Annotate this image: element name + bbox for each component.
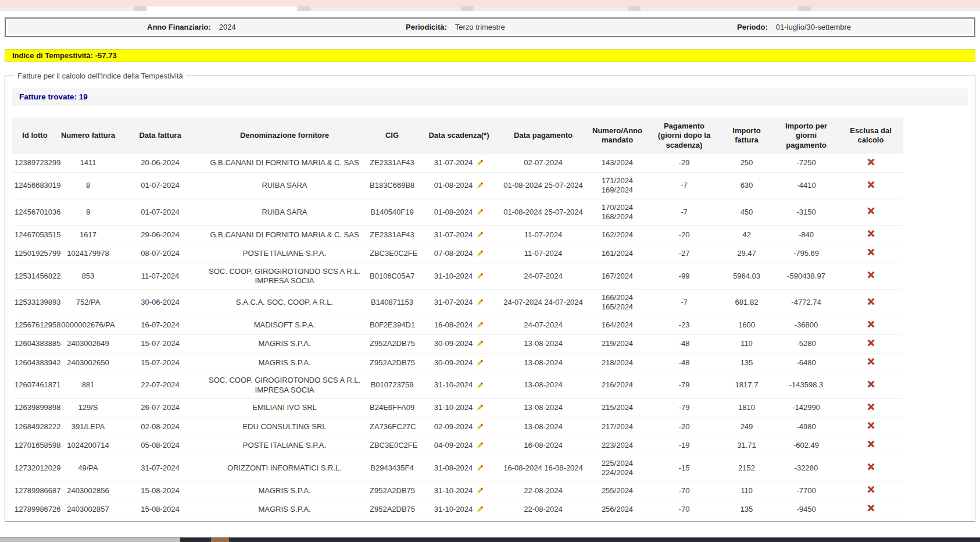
cell-esclusa-dal-calcolo bbox=[838, 398, 903, 417]
exclude-invoice-button[interactable] bbox=[867, 297, 875, 306]
exclude-invoice-button[interactable] bbox=[867, 504, 875, 512]
cell-esclusa-dal-calcolo bbox=[838, 316, 903, 334]
tab-favicon-icon bbox=[628, 6, 641, 11]
exclude-invoice-button[interactable] bbox=[867, 402, 875, 411]
exclude-invoice-button[interactable] bbox=[867, 248, 875, 256]
cell-data-pagamento: 01-08-2024 25-07-2024 bbox=[501, 199, 585, 226]
cell-esclusa-dal-calcolo bbox=[838, 263, 903, 290]
edit-scadenza-pencil-icon[interactable] bbox=[475, 423, 484, 431]
edit-scadenza-pencil-icon[interactable] bbox=[475, 381, 484, 390]
edit-scadenza-pencil-icon[interactable] bbox=[475, 404, 484, 412]
edit-scadenza-pencil-icon[interactable] bbox=[475, 340, 484, 348]
edit-scadenza-pencil-icon[interactable] bbox=[475, 321, 484, 329]
cell-importo-giorni-pagamento: -840 bbox=[774, 226, 838, 244]
cell-mandato: 223/2024 bbox=[585, 436, 649, 455]
scadenza-wrap: 31-08-2024 bbox=[434, 463, 484, 473]
cell-data-fattura: 20-06-2024 bbox=[119, 154, 202, 173]
cell-data-fattura: 16-07-2024 bbox=[119, 316, 202, 334]
cell-cig: Z952A2DB75 bbox=[367, 482, 417, 500]
cell-data-pagamento: 22-08-2024 bbox=[501, 500, 585, 519]
cell-id-lotto: 12789986726 bbox=[12, 500, 58, 519]
edit-scadenza-pencil-icon[interactable] bbox=[475, 441, 484, 450]
cell-numero-fattura: 2403002856 bbox=[58, 482, 119, 500]
cell-esclusa-dal-calcolo bbox=[838, 519, 903, 522]
cell-mandato: 143/2024 bbox=[585, 154, 649, 173]
exclude-invoice-button[interactable] bbox=[867, 462, 875, 471]
edit-scadenza-pencil-icon[interactable] bbox=[475, 249, 484, 258]
edit-scadenza-pencil-icon[interactable] bbox=[475, 181, 484, 190]
exclude-invoice-button[interactable] bbox=[867, 206, 875, 215]
cell-id-lotto: 12701658598 bbox=[12, 436, 58, 455]
cell-importo-fattura: 630 bbox=[719, 173, 774, 199]
edit-scadenza-pencil-icon[interactable] bbox=[475, 272, 484, 280]
exclude-invoice-button[interactable] bbox=[867, 338, 875, 347]
taskbar-left-segment bbox=[0, 537, 180, 542]
cell-importo-fattura: 5964.03 bbox=[719, 263, 774, 290]
cell-giorni-dopo-scadenza: -48 bbox=[649, 354, 719, 372]
col-pagamento-giorni: Pagamento (giorni dopo la scadenza) bbox=[649, 117, 719, 154]
cell-data-fattura: 05-08-2024 bbox=[119, 436, 202, 455]
exclude-invoice-button[interactable] bbox=[867, 357, 875, 366]
edit-scadenza-pencil-icon[interactable] bbox=[475, 159, 484, 167]
cell-data-scadenza: 31-10-2024 bbox=[417, 372, 501, 399]
cell-importo-giorni-pagamento: -3150 bbox=[774, 199, 838, 226]
cell-id-lotto: 12501925799 bbox=[12, 244, 58, 263]
col-data-scadenza: Data scadenza(*) bbox=[417, 117, 501, 154]
exclude-invoice-button[interactable] bbox=[867, 320, 875, 329]
edit-scadenza-pencil-icon[interactable] bbox=[475, 464, 484, 472]
filter-periodicita: Periodicità:Terzo trimestre bbox=[406, 20, 505, 34]
edit-scadenza-pencil-icon[interactable] bbox=[475, 231, 484, 239]
exclude-invoice-button[interactable] bbox=[867, 229, 875, 238]
exclude-invoice-button[interactable] bbox=[867, 180, 875, 189]
cell-fornitore: MADISOFT S.P.A. bbox=[202, 519, 367, 522]
col-data-fattura: Data fattura bbox=[119, 117, 202, 154]
scadenza-date: 01-08-2024 bbox=[434, 181, 473, 190]
cell-giorni-dopo-scadenza: -79 bbox=[649, 372, 719, 399]
cell-fornitore: RUIBA SARA bbox=[202, 199, 367, 226]
cell-mandato: 219/2024 bbox=[585, 334, 649, 353]
cell-data-scadenza: 07-08-2024 bbox=[417, 244, 501, 263]
cell-data-pagamento: 13-08-2024 bbox=[501, 418, 585, 436]
cell-esclusa-dal-calcolo bbox=[838, 334, 903, 353]
cell-numero-fattura: 391/LEPA bbox=[58, 418, 119, 436]
cell-esclusa-dal-calcolo bbox=[838, 418, 903, 436]
cell-importo-fattura: 110 bbox=[719, 482, 774, 500]
exclude-invoice-button[interactable] bbox=[867, 421, 875, 430]
invoice-row: 12456701036901-07-2024RUIBA SARAB140540F… bbox=[12, 199, 903, 226]
cell-giorni-dopo-scadenza: -70 bbox=[649, 500, 719, 519]
edit-scadenza-pencil-icon[interactable] bbox=[475, 487, 484, 495]
cell-numero-fattura: 2403002649 bbox=[58, 334, 119, 353]
cell-importo-giorni-pagamento: -7700 bbox=[774, 482, 838, 500]
edit-scadenza-pencil-icon[interactable] bbox=[475, 505, 484, 514]
periodicita-value: Terzo trimestre bbox=[455, 23, 505, 31]
exclude-invoice-button[interactable] bbox=[867, 485, 875, 494]
cell-data-pagamento: 13-08-2024 bbox=[501, 372, 585, 399]
edit-scadenza-pencil-icon[interactable] bbox=[475, 208, 484, 216]
cell-importo-fattura: 31.71 bbox=[719, 436, 774, 455]
scadenza-wrap: 31-07-2024 bbox=[434, 230, 484, 240]
cell-fornitore: MAGRIS S.P.A. bbox=[202, 482, 367, 500]
cell-importo-giorni-pagamento: -4980 bbox=[774, 418, 838, 436]
col-importo-fattura: Importo fattura bbox=[719, 117, 774, 154]
edit-scadenza-pencil-icon[interactable] bbox=[475, 359, 484, 367]
exclude-invoice-button[interactable] bbox=[867, 380, 875, 388]
cell-data-pagamento: 11-07-2024 bbox=[501, 226, 585, 244]
cell-importo-fattura: 1600 bbox=[719, 316, 774, 334]
exclude-invoice-button[interactable] bbox=[867, 270, 875, 279]
exclude-invoice-button[interactable] bbox=[867, 440, 875, 448]
scadenza-wrap: 31-10-2024 bbox=[434, 486, 484, 495]
scadenza-date: 31-10-2024 bbox=[434, 403, 473, 412]
cell-cig: ZA736FC27C bbox=[367, 418, 417, 436]
cell-mandato: 255/2024 bbox=[585, 482, 649, 500]
invoice-row: 12789986726240300285715-08-2024MAGRIS S.… bbox=[12, 500, 903, 519]
cell-mandato: 218/2024 bbox=[585, 354, 649, 372]
cell-data-scadenza: 03-10-2024 bbox=[417, 519, 501, 522]
tab-favicon-icon bbox=[298, 6, 310, 11]
scadenza-date: 31-07-2024 bbox=[434, 158, 473, 167]
exclude-invoice-button[interactable] bbox=[867, 158, 875, 166]
filter-periodo: Periodo:01-luglio/30-settembre bbox=[737, 20, 851, 34]
edit-scadenza-pencil-icon[interactable] bbox=[475, 298, 484, 306]
cell-id-lotto: 12389723299 bbox=[12, 154, 58, 173]
cell-importo-giorni-pagamento: -143598.3 bbox=[774, 372, 838, 399]
cell-data-scadenza: 01-08-2024 bbox=[417, 173, 501, 199]
